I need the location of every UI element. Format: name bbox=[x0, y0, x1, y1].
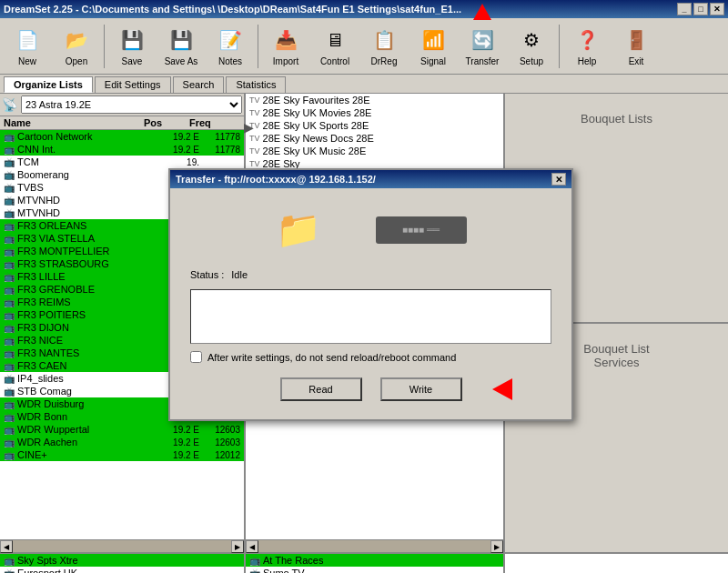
tab-organize[interactable]: Organize Lists bbox=[4, 76, 93, 93]
channel-icon: 📺 bbox=[4, 196, 15, 206]
bottom-mid-icon: 📺 bbox=[249, 568, 260, 574]
scroll-left-btn-mid[interactable]: ◀ bbox=[246, 540, 258, 553]
toolbar-drreg[interactable]: 📋 DrReg bbox=[360, 23, 408, 69]
channel-icon: 📺 bbox=[4, 272, 15, 282]
scroll-left-btn[interactable]: ◀ bbox=[0, 540, 13, 553]
bottom-lists: 📺 Sky Spts Xtre📺 Eurosport UK 📺 At The R… bbox=[0, 552, 728, 573]
tab-search[interactable]: Search bbox=[173, 76, 225, 93]
toolbar-new[interactable]: 📄 New bbox=[4, 23, 51, 69]
channel-item[interactable]: 📺 Cartoon Network 19.2 E 11778 bbox=[0, 130, 244, 143]
channel-pos: 19.2 E bbox=[165, 450, 199, 460]
channel-item[interactable]: 📺 CINE+ 19.2 E 12012 bbox=[0, 448, 244, 461]
no-reload-checkbox[interactable] bbox=[190, 351, 202, 363]
modal-title: Transfer - ftp://root:xxxxx@ 192.168.1.1… bbox=[176, 174, 376, 185]
modal-close-button[interactable]: ✕ bbox=[551, 173, 566, 186]
tab-editsettings[interactable]: Edit Settings bbox=[95, 76, 171, 93]
control-icon: 🖥 bbox=[320, 25, 349, 55]
toolbar-import[interactable]: 📥 Import bbox=[262, 23, 309, 69]
toolbar: 📄 New 📂 Open 💾 Save 💾 Save As 📝 Notes 📥 … bbox=[0, 18, 728, 75]
channel-name: Cartoon Network bbox=[17, 131, 165, 142]
toolbar-transfer[interactable]: 🔄 Transfer bbox=[459, 23, 506, 69]
save-label: Save bbox=[122, 56, 143, 66]
h-scroll-track[interactable] bbox=[13, 540, 231, 552]
toolbar-saveas[interactable]: 💾 Save As bbox=[157, 23, 205, 69]
toolbar-help[interactable]: ❓ Help bbox=[563, 23, 611, 69]
bottom-middle-panel: 📺 At The Races📺 Sumo TV📺 Sp bbox=[246, 554, 505, 573]
toolbar-exit[interactable]: 🚪 Exit bbox=[612, 23, 660, 69]
channel-item[interactable]: 📺 WDR Aachen 19.2 E 12603 bbox=[0, 436, 244, 448]
panel-arrow: ▶ bbox=[244, 120, 254, 135]
bottom-mid-icon: 📺 bbox=[249, 556, 260, 566]
title-bar: DreamSet 2.25 - C:\Documents and Setting… bbox=[0, 0, 728, 18]
channel-name: WDR Duisburg bbox=[17, 398, 165, 409]
toolbar-control[interactable]: 🖥 Control bbox=[311, 23, 359, 69]
channel-item[interactable]: 📺 CNN Int. 19.2 E 11778 bbox=[0, 143, 244, 156]
service-type-icon: TV bbox=[249, 108, 260, 117]
channel-pos: 19.2 E bbox=[165, 145, 199, 155]
channel-item[interactable]: 📺 TCM 19. bbox=[0, 156, 244, 168]
channel-name: FR3 NANTES bbox=[17, 347, 165, 358]
service-item[interactable]: TV 28E Sky UK Music 28E bbox=[246, 145, 503, 157]
satellite-dropdown[interactable]: 23 Astra 19.2E bbox=[21, 96, 242, 114]
minimize-button[interactable]: _ bbox=[677, 3, 692, 15]
write-button-container: Write bbox=[380, 377, 462, 401]
open-label: Open bbox=[66, 56, 87, 66]
drreg-label: DrReg bbox=[371, 56, 398, 66]
write-button[interactable]: Write bbox=[380, 377, 462, 401]
read-button[interactable]: Read bbox=[280, 377, 362, 401]
channel-icon: 📺 bbox=[4, 348, 15, 358]
maximize-button[interactable]: □ bbox=[693, 3, 708, 15]
new-icon: 📄 bbox=[13, 25, 42, 55]
setup-label: Setup bbox=[520, 56, 543, 66]
channel-name: FR3 LILLE bbox=[17, 271, 165, 282]
toolbar-notes[interactable]: 📝 Notes bbox=[207, 23, 254, 69]
toolbar-setup[interactable]: ⚙ Setup bbox=[508, 23, 555, 69]
h-scroll-track-mid[interactable] bbox=[258, 540, 490, 552]
service-name: 28E Sky Favourites 28E bbox=[263, 95, 370, 106]
service-type-icon: TV bbox=[249, 134, 260, 143]
close-window-button[interactable]: ✕ bbox=[710, 3, 724, 15]
service-item[interactable]: TV 28E Sky UK Sports 28E bbox=[246, 119, 503, 132]
bottom-middle-item[interactable]: 📺 At The Races bbox=[246, 554, 503, 567]
modal-title-bar: Transfer - ftp://root:xxxxx@ 192.168.1.1… bbox=[170, 170, 571, 188]
channel-icon: 📺 bbox=[4, 183, 15, 193]
bottom-channel-item[interactable]: 📺 Sky Spts Xtre bbox=[0, 554, 244, 567]
exit-icon: 🚪 bbox=[622, 25, 651, 55]
main-tabs: Organize Lists Edit Settings Search Stat… bbox=[0, 75, 728, 94]
tab-statistics[interactable]: Statistics bbox=[226, 76, 286, 93]
channel-name: FR3 REIMS bbox=[17, 297, 165, 307]
channel-icon: 📺 bbox=[4, 246, 15, 256]
scroll-right-btn[interactable]: ▶ bbox=[231, 540, 244, 553]
modal-buttons: Read Write bbox=[181, 370, 561, 408]
h-scrollbar-left[interactable]: ◀ ▶ bbox=[0, 539, 244, 552]
service-item[interactable]: TV 28E Sky Favourites 28E bbox=[246, 94, 503, 106]
exit-label: Exit bbox=[629, 56, 644, 66]
channel-name: WDR Aachen bbox=[17, 437, 165, 447]
bottom-channel-item[interactable]: 📺 Eurosport UK bbox=[0, 567, 244, 573]
transfer-label: Transfer bbox=[466, 56, 500, 66]
channel-name: FR3 CAEN bbox=[17, 360, 165, 371]
channel-icon: 📺 bbox=[4, 336, 15, 346]
channel-icon: 📺 bbox=[4, 259, 15, 269]
satellite-icon: 📡 bbox=[2, 97, 17, 112]
open-icon: 📂 bbox=[62, 25, 91, 55]
toolbar-open[interactable]: 📂 Open bbox=[53, 23, 100, 69]
setup-icon: ⚙ bbox=[517, 25, 546, 55]
service-item[interactable]: TV 28E Sky UK Movies 28E bbox=[246, 106, 503, 119]
transfer-icon: 🔄 bbox=[468, 25, 497, 55]
modal-icons-row: 📁 ■■■■ ══ bbox=[181, 199, 561, 269]
channel-pos: 19.2 E bbox=[165, 132, 199, 142]
bottom-ch-name: Sky Spts Xtre bbox=[17, 555, 78, 566]
notes-label: Notes bbox=[218, 56, 242, 66]
toolbar-save[interactable]: 💾 Save bbox=[108, 23, 156, 69]
h-scrollbar-middle[interactable]: ◀ ▶ bbox=[246, 539, 503, 552]
transfer-up-arrow bbox=[473, 4, 491, 20]
bottom-middle-item[interactable]: 📺 Sumo TV bbox=[246, 567, 503, 573]
service-item[interactable]: TV 28E Sky News Docs 28E bbox=[246, 132, 503, 145]
channel-icon: 📺 bbox=[4, 221, 15, 231]
toolbar-divider-2 bbox=[258, 25, 258, 68]
channel-name: FR3 GRENOBLE bbox=[17, 284, 165, 295]
channel-item[interactable]: 📺 WDR Wuppertal 19.2 E 12603 bbox=[0, 423, 244, 436]
toolbar-signal[interactable]: 📶 Signal bbox=[410, 23, 457, 69]
scroll-right-btn-mid[interactable]: ▶ bbox=[490, 540, 503, 553]
